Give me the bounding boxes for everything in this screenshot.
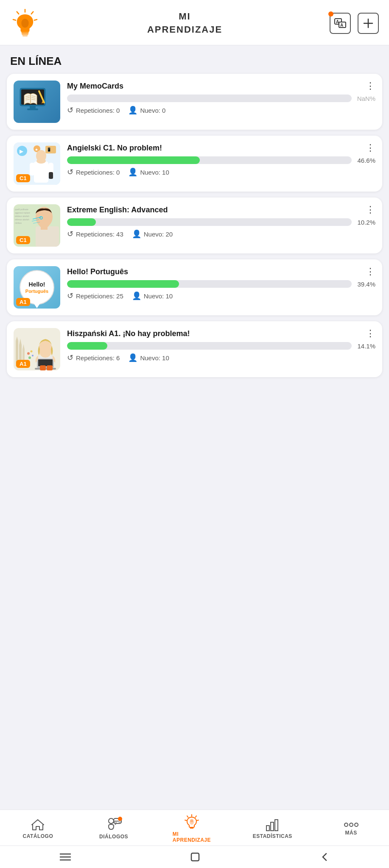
svg-rect-39	[49, 172, 53, 179]
svg-line-76	[187, 816, 188, 818]
card-content-extreme: Extreme English: Advanced ⋮ 10.2% ↺ Repe…	[67, 204, 375, 239]
svg-point-63	[32, 355, 34, 356]
progress-bar-bg-angielski	[67, 156, 352, 164]
card-title-portugues: Hello! Português	[67, 267, 362, 277]
nav-item-mi-aprendizaje[interactable]: MIAPRENDIZAJE	[173, 814, 211, 843]
translate-icon: A A	[334, 18, 347, 29]
svg-rect-69	[47, 365, 53, 370]
card-menu-portugues[interactable]: ⋮	[362, 267, 375, 276]
svg-text:nimbus: nimbus	[15, 222, 22, 224]
svg-text:tefaleur abolish: tefaleur abolish	[15, 215, 29, 217]
nav-item-estadisticas[interactable]: ESTADÍSTICAS	[253, 818, 292, 839]
card-content-portugues: Hello! Português ⋮ 39.4% ↺ Repeticiones:…	[67, 266, 375, 300]
nuevo-extreme-label: Nuevo: 20	[144, 231, 173, 238]
svg-text:📱: 📱	[47, 147, 52, 152]
sys-nav-menu[interactable]	[59, 852, 71, 863]
progress-row-hiszpanski: 14.1%	[67, 342, 375, 350]
svg-rect-68	[40, 365, 46, 370]
app-header: MI APRENDIZAJE A A	[0, 0, 389, 45]
card-menu-hiszpanski[interactable]: ⋮	[362, 329, 375, 338]
nav-label-estadisticas: ESTADÍSTICAS	[253, 833, 292, 839]
progress-bar-fill-extreme	[67, 218, 96, 226]
svg-rect-91	[191, 853, 199, 861]
svg-line-2	[34, 19, 37, 20]
svg-line-1	[31, 12, 33, 14]
progress-bar-bg-portugues	[67, 280, 352, 288]
nav-item-dialogos[interactable]: RPG DIÁLOGOS	[97, 818, 131, 840]
card-content-memocards: My MemoCards ⋮ NaN% ↺ Repeticiones: 0 👤 …	[67, 81, 375, 115]
svg-point-86	[350, 823, 353, 826]
sys-nav-home[interactable]	[190, 852, 200, 864]
progress-row-extreme: 10.2%	[67, 218, 375, 226]
repeat-icon-hisz: ↺	[67, 353, 73, 362]
stat-repeticiones-angielski: ↺ Repeticiones: 0	[67, 167, 120, 177]
svg-rect-5	[21, 32, 29, 34]
nav-label-catalogo: CATÁLOGO	[22, 833, 53, 839]
progress-bar-bg-memocards	[67, 95, 352, 102]
svg-point-8	[21, 19, 29, 28]
card-title-hiszpanski: Hiszpański A1. ¡No hay problema!	[67, 329, 362, 339]
square-icon	[190, 852, 200, 862]
card-menu-memocards[interactable]: ⋮	[362, 81, 375, 91]
level-badge-hiszpanski: A1	[16, 360, 30, 368]
app-logo	[10, 8, 40, 39]
svg-point-62	[28, 356, 31, 359]
svg-line-4	[13, 19, 16, 20]
svg-text:A: A	[340, 23, 343, 28]
repeticiones-angielski-label: Repeticiones: 0	[76, 169, 120, 176]
brain-icon-hisz: 👤	[128, 353, 137, 362]
stat-repeticiones-memocards: ↺ Repeticiones: 0	[67, 106, 120, 115]
svg-text:★: ★	[35, 147, 38, 152]
svg-point-60	[27, 352, 30, 355]
brain-icon: 👤	[128, 106, 137, 115]
nuevo-hisz-label: Nuevo: 10	[140, 354, 169, 362]
svg-point-36	[36, 159, 46, 164]
nav-item-catalogo[interactable]: CATÁLOGO	[21, 818, 55, 839]
progress-label-portugues: 39.4%	[355, 281, 375, 288]
stat-nuevo-portugues: 👤 Nuevo: 10	[132, 291, 173, 300]
card-title-memocards: My MemoCards	[67, 81, 362, 91]
section-title: EN LÍNEA	[0, 45, 389, 74]
svg-rect-83	[271, 822, 274, 831]
progress-label-hiszpanski: 14.1%	[355, 342, 375, 350]
repeticiones-portugues-label: Repeticiones: 25	[76, 292, 123, 300]
card-memocards: My MemoCards ⋮ NaN% ↺ Repeticiones: 0 👤 …	[7, 74, 382, 130]
progress-bar-bg-extreme	[67, 218, 352, 226]
portugues-bubble-text: Português	[25, 288, 48, 294]
progress-label-extreme: 10.2%	[355, 219, 375, 226]
add-button[interactable]	[358, 13, 379, 34]
nav-label-dialogos: DIÁLOGOS	[99, 834, 128, 840]
brain-icon-angielski: 👤	[128, 167, 137, 177]
svg-point-70	[109, 818, 114, 823]
sys-nav-back[interactable]	[319, 852, 330, 864]
cards-container: My MemoCards ⋮ NaN% ↺ Repeticiones: 0 👤 …	[0, 74, 389, 598]
rpg-icon-container: RPG	[105, 818, 122, 832]
bulb-nav-icon	[184, 814, 199, 829]
svg-rect-26	[27, 108, 38, 110]
stat-nuevo-hiszpanski: 👤 Nuevo: 10	[128, 353, 169, 362]
svg-rect-37	[30, 163, 35, 175]
stat-repeticiones-hiszpanski: ↺ Repeticiones: 6	[67, 353, 120, 362]
hello-text: Hello!	[29, 281, 45, 288]
stats-row-angielski: ↺ Repeticiones: 0 👤 Nuevo: 10	[67, 167, 375, 177]
svg-point-81	[190, 819, 193, 822]
card-menu-extreme[interactable]: ⋮	[362, 205, 375, 214]
progress-bar-fill-portugues	[67, 280, 179, 288]
translate-button[interactable]: A A	[330, 13, 351, 34]
repeticiones-extreme-label: Repeticiones: 43	[76, 231, 123, 238]
svg-rect-35	[34, 161, 48, 183]
stats-row-hiszpanski: ↺ Repeticiones: 6 👤 Nuevo: 10	[67, 353, 375, 362]
nav-item-mas[interactable]: MÁS	[334, 821, 368, 836]
repeticiones-label: Repeticiones: 0	[76, 107, 120, 114]
card-menu-angielski[interactable]: ⋮	[362, 143, 375, 153]
card-thumbnail-portugues: Hello! Português A1	[14, 266, 60, 309]
progress-row-memocards: NaN%	[67, 95, 375, 102]
svg-rect-82	[266, 826, 269, 831]
card-thumbnail-memocards	[14, 81, 60, 123]
progress-label-angielski: 46.6%	[355, 157, 375, 164]
svg-rect-84	[275, 820, 278, 831]
repeat-icon-portugues: ↺	[67, 291, 73, 300]
svg-rect-6	[22, 33, 28, 35]
stat-nuevo-angielski: 👤 Nuevo: 10	[128, 167, 169, 177]
svg-rect-7	[22, 35, 28, 37]
